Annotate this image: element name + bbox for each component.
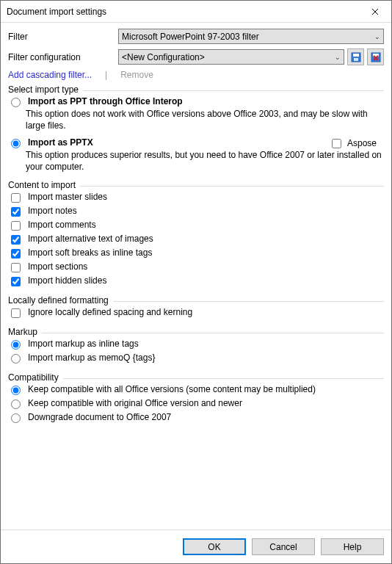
- markup-inline-radio[interactable]: [11, 340, 21, 350]
- delete-config-button[interactable]: [367, 48, 384, 65]
- add-cascading-link[interactable]: Add cascading filter...: [8, 70, 92, 80]
- content-group: Content to import: [8, 180, 384, 190]
- chk-hidden-slides[interactable]: Import hidden slides: [8, 274, 384, 288]
- save-config-button[interactable]: [347, 48, 364, 65]
- chk-master-slides-box[interactable]: [11, 193, 21, 203]
- compat-title: Compatibility: [8, 372, 63, 383]
- compat-all-option[interactable]: Keep compatible with all Office versions…: [8, 383, 384, 397]
- close-button[interactable]: [358, 1, 391, 22]
- titlebar: Document import settings: [1, 1, 391, 23]
- compat-all-label: Keep compatible with all Office versions…: [28, 384, 316, 394]
- compat-orig-option[interactable]: Keep compatible with original Office ver…: [8, 397, 384, 411]
- compat-group: Compatibility: [8, 372, 384, 383]
- filter-row: Filter Microsoft PowerPoint 97-2003 filt…: [8, 29, 384, 44]
- delete-save-icon: [370, 51, 382, 63]
- locally-group: Locally defined formatting: [8, 295, 384, 306]
- aspose-checkbox[interactable]: [332, 139, 341, 148]
- chk-soft-breaks-label: Import soft breaks as inline tags: [28, 247, 152, 258]
- content-title: Content to import: [8, 180, 80, 190]
- chevron-down-icon: ⌄: [374, 33, 380, 40]
- content-checks: Import master slides Import notes Import…: [8, 190, 384, 288]
- chk-alt-text-label: Import alternative text of images: [28, 234, 153, 244]
- compat-all-radio[interactable]: [11, 386, 21, 395]
- chk-master-slides-label: Import master slides: [28, 192, 107, 202]
- import-type-group: Select import type: [8, 84, 384, 95]
- dialog-body: Filter Microsoft PowerPoint 97-2003 filt…: [1, 23, 391, 529]
- svg-rect-2: [354, 58, 358, 61]
- chk-soft-breaks-box[interactable]: [11, 249, 21, 258]
- chk-ignore-spacing-box[interactable]: [11, 308, 21, 318]
- compat-downgrade-option[interactable]: Downgrade document to Office 2007: [8, 411, 384, 424]
- markup-inline-option[interactable]: Import markup as inline tags: [8, 337, 384, 351]
- markup-memoq-option[interactable]: Import markup as memoQ {tags}: [8, 351, 384, 365]
- chk-comments-box[interactable]: [11, 221, 21, 231]
- chk-sections-label: Import sections: [28, 261, 87, 272]
- config-label: Filter configuration: [8, 52, 118, 62]
- import-type-title: Select import type: [8, 84, 83, 95]
- markup-inline-label: Import markup as inline tags: [28, 339, 139, 349]
- import-pptx-radio[interactable]: [11, 139, 21, 148]
- import-pptx-desc: This option produces superior results, b…: [26, 150, 384, 173]
- chk-notes-label: Import notes: [28, 206, 77, 216]
- import-ppt-desc: This option does not work with Office ve…: [26, 109, 384, 131]
- config-combo[interactable]: <New Configuration> ⌄: [118, 49, 344, 65]
- import-pptx-label: Import as PPTX: [28, 137, 93, 148]
- markup-group: Markup: [8, 327, 384, 337]
- chk-notes-box[interactable]: [11, 207, 21, 217]
- chk-alt-text[interactable]: Import alternative text of images: [8, 232, 384, 246]
- close-icon: [371, 8, 379, 15]
- svg-rect-1: [353, 54, 359, 57]
- locally-title: Locally defined formatting: [8, 295, 113, 306]
- markup-title: Markup: [8, 327, 42, 337]
- chk-master-slides[interactable]: Import master slides: [8, 190, 384, 204]
- link-separator: |: [105, 70, 107, 80]
- dialog-footer: OK Cancel Help: [1, 529, 391, 563]
- import-ppt-radio[interactable]: [11, 98, 21, 107]
- filter-value: Microsoft PowerPoint 97-2003 filter: [122, 32, 259, 42]
- chk-soft-breaks[interactable]: Import soft breaks as inline tags: [8, 246, 384, 260]
- ok-button[interactable]: OK: [183, 538, 246, 555]
- filter-links: Add cascading filter... | Remove: [8, 70, 384, 80]
- markup-memoq-label: Import markup as memoQ {tags}: [28, 352, 155, 363]
- import-pptx-option[interactable]: Import as PPTX Aspose: [8, 136, 384, 150]
- config-row: Filter configuration <New Configuration>…: [8, 48, 384, 65]
- filter-label: Filter: [8, 32, 118, 42]
- chk-hidden-slides-label: Import hidden slides: [28, 275, 106, 286]
- chk-comments[interactable]: Import comments: [8, 218, 384, 232]
- compat-orig-label: Keep compatible with original Office ver…: [28, 398, 242, 408]
- aspose-label: Aspose: [347, 138, 377, 148]
- chk-hidden-slides-box[interactable]: [11, 277, 21, 286]
- compat-orig-radio[interactable]: [11, 400, 21, 409]
- chk-notes[interactable]: Import notes: [8, 204, 384, 218]
- chk-comments-label: Import comments: [28, 220, 96, 230]
- import-ppt-option[interactable]: Import as PPT through Office Interop: [8, 95, 384, 109]
- cancel-button[interactable]: Cancel: [252, 538, 315, 555]
- aspose-option[interactable]: Aspose: [329, 137, 377, 148]
- window-title: Document import settings: [7, 7, 358, 17]
- chk-sections-box[interactable]: [11, 263, 21, 272]
- remove-filter-link: Remove: [120, 70, 153, 80]
- save-icon: [350, 51, 362, 63]
- dialog-window: Document import settings Filter Microsof…: [0, 0, 392, 564]
- filter-combo[interactable]: Microsoft PowerPoint 97-2003 filter ⌄: [118, 29, 384, 44]
- compat-downgrade-radio[interactable]: [11, 413, 21, 423]
- chk-sections[interactable]: Import sections: [8, 260, 384, 274]
- compat-downgrade-label: Downgrade document to Office 2007: [28, 412, 171, 422]
- markup-memoq-radio[interactable]: [11, 354, 21, 364]
- chk-alt-text-box[interactable]: [11, 235, 21, 245]
- import-ppt-label: Import as PPT through Office Interop: [28, 96, 183, 106]
- chevron-down-icon: ⌄: [335, 54, 341, 61]
- chk-ignore-spacing-label: Ignore locally defined spacing and kerni…: [28, 307, 192, 317]
- help-button[interactable]: Help: [321, 538, 384, 555]
- chk-ignore-spacing[interactable]: Ignore locally defined spacing and kerni…: [8, 306, 384, 319]
- config-value: <New Configuration>: [122, 52, 205, 62]
